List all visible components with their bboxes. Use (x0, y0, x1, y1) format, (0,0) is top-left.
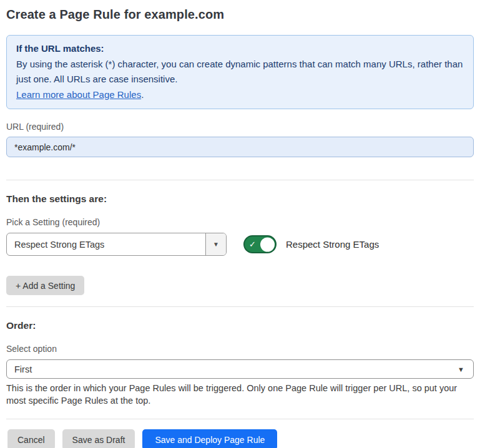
info-box-body-text: By using the asterisk (*) character, you… (16, 59, 463, 85)
page-title: Create a Page Rule for example.com (6, 7, 474, 22)
order-select[interactable]: First ▼ (6, 359, 474, 379)
save-as-draft-button[interactable]: Save as Draft (62, 429, 135, 448)
divider (6, 180, 474, 180)
learn-more-link[interactable]: Learn more about Page Rules (16, 89, 141, 100)
url-field-label: URL (required) (6, 122, 474, 132)
order-help-text: This is the order in which your Page Rul… (6, 382, 471, 407)
info-box-body: By using the asterisk (*) character, you… (16, 57, 464, 103)
footer-actions: Cancel Save as Draft Save and Deploy Pag… (6, 429, 474, 448)
url-input[interactable] (6, 137, 474, 157)
divider (6, 419, 474, 419)
setting-select-value: Respect Strong ETags (7, 233, 205, 255)
info-box-heading: If the URL matches: (16, 41, 464, 57)
save-and-deploy-button[interactable]: Save and Deploy Page Rule (142, 429, 277, 448)
setting-select-arrow-button[interactable]: ▼ (205, 233, 226, 255)
chevron-down-icon: ▼ (458, 366, 473, 373)
link-suffix: . (141, 89, 144, 100)
pick-setting-label: Pick a Setting (required) (6, 217, 474, 227)
setting-toggle-label: Respect Strong ETags (286, 239, 379, 250)
divider (6, 306, 474, 307)
order-section-heading: Order: (6, 320, 474, 331)
order-select-value: First (7, 364, 458, 374)
create-page-rule-panel: Create a Page Rule for example.com If th… (0, 0, 480, 448)
add-setting-button[interactable]: + Add a Setting (6, 276, 84, 295)
chevron-down-icon: ▼ (213, 241, 219, 248)
url-match-info-box: If the URL matches: By using the asteris… (6, 35, 474, 109)
cancel-button[interactable]: Cancel (7, 429, 55, 448)
order-select-label: Select option (6, 344, 474, 354)
settings-section-heading: Then the settings are: (6, 193, 474, 205)
setting-select[interactable]: Respect Strong ETags ▼ (6, 233, 227, 256)
check-icon: ✓ (249, 240, 256, 248)
toggle-knob (260, 237, 275, 251)
setting-toggle[interactable]: ✓ (243, 235, 277, 253)
setting-row: Respect Strong ETags ▼ ✓ Respect Strong … (6, 233, 474, 256)
